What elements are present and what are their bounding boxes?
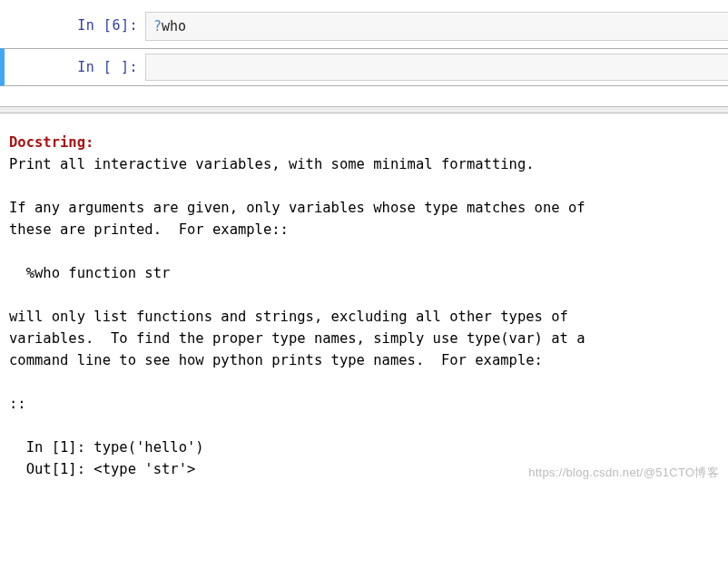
doc-line: command line to see how python prints ty… bbox=[9, 352, 543, 368]
code-input[interactable] bbox=[145, 54, 728, 81]
doc-example-out: Out[1]: <type 'str'> bbox=[9, 461, 195, 477]
code-text: who bbox=[162, 18, 186, 34]
pager-divider[interactable] bbox=[0, 106, 728, 113]
doc-example-in: In [1]: type('hello') bbox=[9, 439, 204, 456]
input-prompt: In [6]: bbox=[5, 12, 145, 34]
code-input[interactable]: ?who bbox=[145, 12, 728, 41]
doc-line: will only list functions and strings, ex… bbox=[9, 309, 568, 325]
input-prompt: In [ ]: bbox=[5, 54, 145, 75]
code-cell[interactable]: In [6]: ?who bbox=[0, 6, 728, 46]
doc-example: %who function str bbox=[9, 265, 170, 281]
doc-line: :: bbox=[9, 396, 26, 412]
doc-line: Print all interactive variables, with so… bbox=[9, 156, 535, 172]
help-pager: Docstring: Print all interactive variabl… bbox=[0, 113, 728, 487]
watermark: https://blog.csdn.net/@51CTO博客 bbox=[528, 464, 719, 482]
docstring-label: Docstring: bbox=[9, 134, 93, 151]
doc-line: If any arguments are given, only variabl… bbox=[9, 200, 585, 216]
doc-line: variables. To find the proper type names… bbox=[9, 330, 585, 347]
help-operator: ? bbox=[153, 18, 162, 34]
doc-line: these are printed. For example:: bbox=[9, 221, 289, 238]
notebook-area: In [6]: ?who In [ ]: bbox=[0, 0, 728, 97]
code-cell[interactable]: In [ ]: bbox=[0, 48, 728, 86]
docstring-output: Docstring: Print all interactive variabl… bbox=[9, 132, 719, 480]
